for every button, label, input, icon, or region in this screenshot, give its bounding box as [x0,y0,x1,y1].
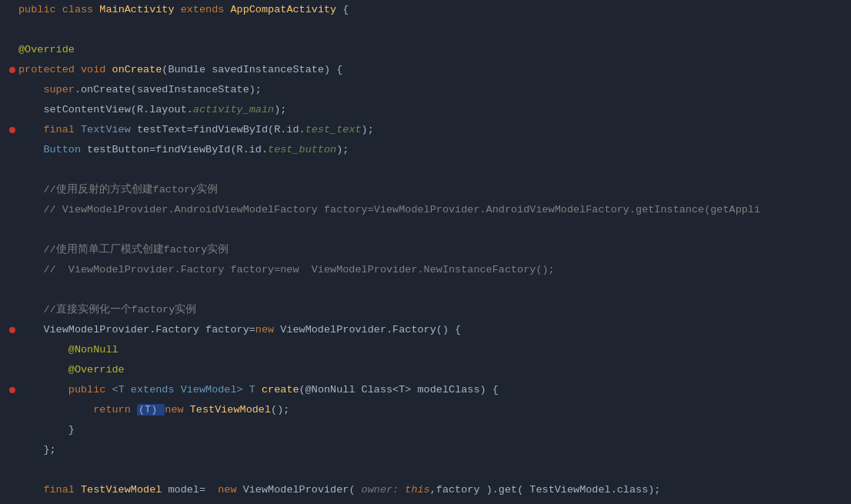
breakpoint-dot [9,327,15,333]
code-token-line: super.onCreate(savedInstanceState); [18,80,851,100]
code-token-line: @Override [18,360,851,380]
breakpoint-dot [9,387,15,393]
token: protected [18,64,81,75]
code-line: } [6,420,851,440]
token: extends [181,4,231,15]
code-token-line: @Override [18,40,851,60]
code-line: final TestViewModel model= new ViewModel… [6,480,851,500]
code-token-line: Button testButton=findViewById(R.id.test… [18,140,851,160]
token: TextView [81,124,131,135]
code-line: @NonNull [6,340,851,360]
token: test_button [268,144,336,155]
code-token-line: }; [18,440,851,460]
code-line: // ViewModelProvider.AndroidViewModelFac… [6,200,851,220]
token: AppCompatActivity [230,4,336,15]
code-token-line [18,280,851,300]
token: .onCreate(savedInstanceState); [75,84,262,95]
token: (T) [137,404,165,416]
token: }; [18,444,56,456]
token: //使用简单工厂模式创建factory实例 [18,244,229,255]
code-token-line [18,220,851,240]
code-token-line: // ViewModelProvider.AndroidViewModelFac… [18,200,851,220]
code-area: public class MainActivity extends AppCom… [0,0,851,504]
code-token-line: // ViewModelProvider.Factory factory=new… [18,260,851,280]
code-line: super.onCreate(savedInstanceState); [6,80,851,100]
token: @Override [18,44,75,55]
code-token-line: protected void onCreate(Bundle savedInst… [18,60,851,80]
token: setContentView(R.layout. [18,104,193,115]
code-token-line: } [18,420,851,440]
token: owner: [355,484,405,496]
token: @Override [18,364,125,375]
token: this [405,484,429,496]
token: TestViewModel [81,484,162,496]
code-line: public class MainActivity extends AppCom… [6,0,851,20]
token: super [18,84,75,95]
code-line: final TextView testText=findViewById(R.i… [6,120,851,140]
token: ViewModelProvider.Factory() { [280,324,461,335]
code-token-line: public class MainActivity extends AppCom… [18,0,851,20]
token: ViewModelProvider( [243,484,355,496]
token: final [18,484,81,496]
code-line: setContentView(R.layout.activity_main); [6,100,851,120]
token: class [62,4,100,15]
token: TestViewModel [190,404,271,416]
token: ); [362,124,374,135]
code-line: //使用简单工厂模式创建factory实例 [6,240,851,260]
token: // ViewModelProvider.Factory factory=new… [18,264,555,275]
token: <T extends ViewModel> T [112,384,255,396]
code-editor: public class MainActivity extends AppCom… [0,0,851,504]
code-token-line: return (T) new TestViewModel(); [18,400,851,420]
code-line: @Override [6,360,851,380]
token: ViewModelProvider.Factory factory= [18,324,255,335]
token: ,factory ).get( TestViewModel.class); [430,484,661,496]
breakpoint-column [6,387,18,393]
code-line: Button testButton=findViewById(R.id.test… [6,140,851,160]
code-content[interactable]: public class MainActivity extends AppCom… [0,0,851,504]
token: // ViewModelProvider.AndroidViewModelFac… [18,204,760,215]
code-token-line: ViewModelProvider.Factory factory=new Vi… [18,320,851,340]
code-token-line [18,20,851,40]
code-line [6,160,851,180]
code-token-line: final TestViewModel model= new ViewModel… [18,480,851,500]
token: test_text [305,124,362,135]
token: model= [162,484,218,496]
code-line: public <T extends ViewModel> T create(@N… [6,380,851,400]
code-line [6,220,851,240]
token: (@NonNull Class<T> modelClass) { [299,384,499,396]
code-token-line: @NonNull [18,340,851,360]
code-token-line [18,460,851,480]
token: public [18,4,62,15]
token: { [336,4,349,15]
code-line: // ViewModelProvider.Factory factory=new… [6,260,851,280]
code-line: //直接实例化一个factory实例 [6,300,851,320]
token: ); [274,104,286,115]
token: testText=findViewById(R.id. [131,124,305,135]
code-token-line: //使用反射的方式创建factory实例 [18,180,851,200]
code-token-line: //直接实例化一个factory实例 [18,300,851,320]
code-token-line: //使用简单工厂模式创建factory实例 [18,240,851,260]
code-line: return (T) new TestViewModel(); [6,400,851,420]
token: new [165,404,189,416]
token: (Bundle savedInstanceState) { [162,64,342,75]
token: final [18,124,81,135]
code-token-line: setContentView(R.layout.activity_main); [18,100,851,120]
token: //使用反射的方式创建factory实例 [18,184,218,195]
code-line: }; [6,440,851,460]
breakpoint-column [6,127,18,133]
token: onCreate [112,64,162,75]
token: testButton=findViewById(R.id. [81,144,268,155]
token: public [18,384,112,396]
token: activity_main [193,104,274,115]
breakpoint-column [6,327,18,333]
token: ); [336,144,349,155]
token: @NonNull [18,344,118,355]
code-line [6,460,851,480]
code-line: //使用反射的方式创建factory实例 [6,180,851,200]
token: (); [271,404,289,416]
code-token-line: public <T extends ViewModel> T create(@N… [18,380,851,400]
token: Button [18,144,81,155]
code-line: @Override [6,40,851,60]
token: create [255,384,299,396]
code-line: ViewModelProvider.Factory factory=new Vi… [6,320,851,340]
